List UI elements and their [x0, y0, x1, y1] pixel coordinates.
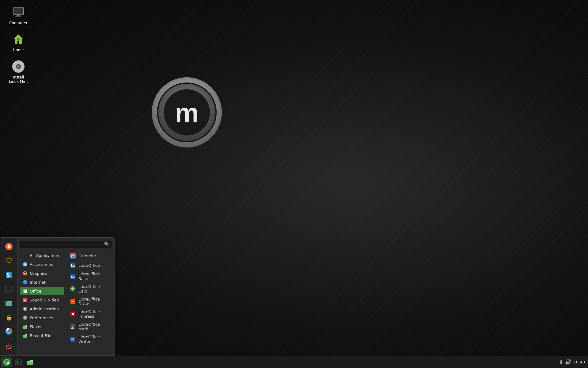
libreoffice-base-icon: DB [70, 273, 76, 279]
category-graphics-icon [22, 270, 28, 276]
svg-rect-56 [70, 337, 75, 342]
category-graphics-label: Graphics [30, 271, 47, 276]
svg-text:▶: ▶ [24, 298, 26, 302]
app-libreoffice-impress[interactable]: LibreOffice Impress [67, 308, 112, 320]
desktop: m Computer Home [0, 0, 588, 368]
svg-text:Lo: Lo [71, 264, 76, 268]
start-menu: 🛡 S _ 🔒 [0, 237, 115, 356]
taskbar-left: m $_ [0, 357, 37, 367]
category-recent-icon [22, 333, 28, 338]
app-libreoffice-calc-label: LibreOffice Calc [78, 284, 110, 293]
sidebar-icon-terminal[interactable]: _ [2, 282, 15, 295]
desktop-icons: Computer Home Install Linux Mint [6, 3, 31, 86]
libreoffice-math-icon: ∑ [70, 324, 76, 330]
sidebar-icon-google[interactable] [2, 325, 15, 338]
category-all[interactable]: All Applications [20, 251, 64, 260]
app-libreoffice[interactable]: Lo LibreOffice [67, 261, 112, 270]
sidebar-icon-firefox[interactable] [2, 240, 15, 253]
home-label: Home [13, 48, 24, 52]
desktop-icon-home[interactable]: Home [6, 30, 31, 54]
network-icon[interactable]: ⬆ [559, 359, 563, 365]
app-libreoffice-draw[interactable]: ✏ LibreOffice Draw [67, 295, 112, 308]
taskbar-files-btn[interactable] [24, 357, 36, 367]
svg-rect-6 [13, 8, 23, 14]
category-sound-video[interactable]: ▶ Sound & Video [20, 296, 64, 304]
svg-text:🌐: 🌐 [24, 281, 28, 284]
search-input[interactable] [23, 242, 104, 247]
category-office[interactable]: 📄 Office [20, 287, 64, 295]
libreoffice-calc-icon [70, 286, 76, 292]
computer-label: Computer [9, 21, 28, 25]
svg-text:⚙: ⚙ [24, 307, 27, 311]
taskbar-system-icons: ⬆ 🔊 [559, 359, 571, 365]
svg-rect-21 [6, 301, 12, 306]
svg-point-24 [8, 330, 10, 332]
category-administration-icon: ⚙ [22, 306, 28, 312]
svg-text:S: S [6, 272, 10, 278]
app-libreoffice-calc[interactable]: LibreOffice Calc [67, 283, 112, 295]
sidebar-icon-synaptic[interactable]: S [2, 268, 15, 281]
start-main: 🔍 All Applications ✦ Accessories [17, 238, 115, 355]
app-libreoffice-label: LibreOffice [78, 263, 100, 268]
category-preferences-label: Preferences [30, 316, 53, 320]
taskbar-mint-menu[interactable]: m [1, 357, 12, 367]
sidebar-icon-update[interactable]: 🛡 [2, 254, 15, 267]
app-calendar-label: Calendar [78, 254, 96, 258]
taskbar-time: 10:48 [574, 360, 585, 364]
install-icon [11, 59, 26, 74]
install-label: Install Linux Mint [8, 75, 29, 84]
taskbar-right: ⬆ 🔊 10:48 [556, 359, 588, 365]
search-bar[interactable]: 🔍 [20, 240, 112, 248]
apps-list: 📅 Calendar Lo LibreOffice [64, 251, 112, 353]
svg-rect-47 [70, 286, 75, 291]
svg-rect-7 [17, 15, 20, 16]
svg-rect-57 [71, 338, 74, 338]
category-all-icon [22, 253, 28, 258]
app-libreoffice-math[interactable]: ∑ LibreOffice Math [67, 320, 112, 333]
category-administration-label: Administration [30, 307, 59, 311]
computer-icon [11, 5, 26, 20]
category-recent[interactable]: Recent Files [20, 331, 64, 340]
category-places-icon [22, 324, 28, 329]
desktop-icon-computer[interactable]: Computer [6, 3, 31, 27]
desktop-icon-install[interactable]: Install Linux Mint [6, 57, 31, 86]
sidebar-icon-power[interactable]: ⏻ [2, 340, 15, 353]
category-sound-video-icon: ▶ [22, 297, 28, 303]
libreoffice-writer-icon [70, 336, 76, 342]
svg-rect-58 [71, 339, 74, 339]
mint-logo: m [147, 71, 227, 150]
category-list: All Applications ✦ Accessories [20, 251, 64, 353]
app-libreoffice-math-label: LibreOffice Math [78, 322, 110, 331]
sidebar-icon-files[interactable] [2, 297, 15, 309]
category-recent-label: Recent Files [30, 333, 54, 338]
svg-point-13 [17, 66, 19, 67]
sidebar-icon-lock[interactable]: 🔒 [2, 311, 15, 324]
taskbar: m $_ ⬆ 🔊 [0, 356, 588, 368]
app-libreoffice-base[interactable]: DB LibreOffice Base [67, 270, 112, 282]
svg-rect-10 [17, 38, 20, 40]
category-office-icon: 📄 [22, 288, 28, 294]
category-preferences[interactable]: 🔩 Preferences [20, 313, 64, 322]
category-accessories[interactable]: ✦ Accessories [20, 260, 64, 269]
category-sound-video-label: Sound & Video [30, 298, 59, 302]
home-icon [11, 32, 26, 47]
taskbar-terminal-btn[interactable]: $_ [13, 357, 24, 367]
svg-text:DB: DB [71, 275, 75, 278]
start-sidebar: 🛡 S _ 🔒 [0, 238, 17, 355]
category-places[interactable]: Places [20, 322, 64, 331]
volume-icon[interactable]: 🔊 [565, 359, 571, 365]
app-calendar[interactable]: 📅 Calendar [67, 251, 112, 260]
libreoffice-draw-icon: ✏ [70, 298, 76, 305]
category-accessories-label: Accessories [30, 262, 53, 267]
libreoffice-icon: Lo [70, 262, 76, 268]
app-libreoffice-writer[interactable]: LibreOffice Writer [67, 333, 112, 345]
category-internet[interactable]: 🌐 Internet [20, 278, 64, 286]
svg-rect-59 [71, 339, 74, 340]
svg-point-16 [8, 245, 10, 248]
svg-text:∑: ∑ [71, 325, 74, 329]
svg-text:$_: $_ [16, 361, 20, 364]
category-graphics[interactable]: Graphics [20, 269, 64, 278]
svg-text:📄: 📄 [24, 289, 28, 293]
category-administration[interactable]: ⚙ Administration [20, 305, 64, 313]
calendar-icon: 📅 [70, 253, 76, 259]
